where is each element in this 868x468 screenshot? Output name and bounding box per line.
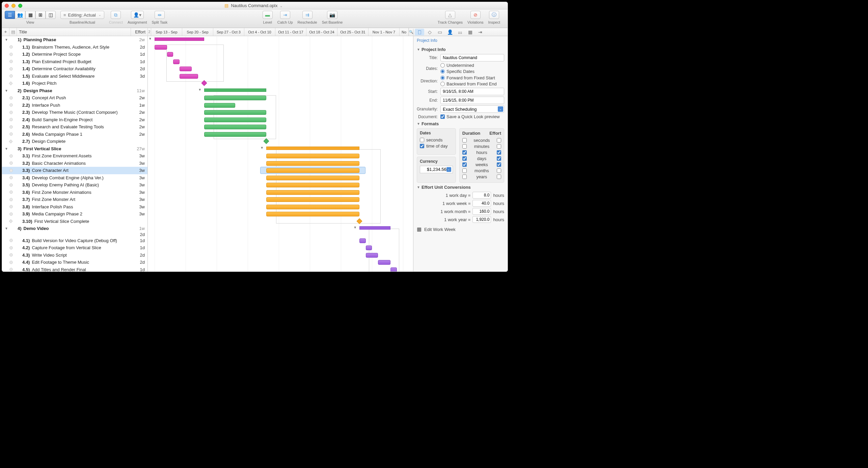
task-row[interactable]: 3.3)Core Character Art3w <box>2 167 147 174</box>
violations-button[interactable]: ⊘ <box>470 11 481 19</box>
task-row[interactable]: ▼3)First Vertical Slice27w <box>2 145 147 153</box>
end-date-input[interactable] <box>440 97 504 104</box>
disclosure-triangle-icon[interactable]: ▼ <box>5 227 8 230</box>
task-bar[interactable] <box>378 260 390 265</box>
dates-specific-radio[interactable]: Specific Dates <box>440 69 474 74</box>
gantt-disclosure-icon[interactable]: ▼ <box>260 146 264 150</box>
catchup-button[interactable]: ⇥ <box>280 11 290 19</box>
task-row[interactable]: 3.9)Media Campaign Phase 23w <box>2 210 147 218</box>
task-bar[interactable] <box>266 190 359 195</box>
view-calendar-button[interactable]: ▦ <box>25 11 35 19</box>
task-row[interactable]: 3.2)Basic Character Animations3w <box>2 160 147 167</box>
dur-seconds[interactable] <box>462 138 467 142</box>
eff-months[interactable] <box>497 168 501 173</box>
close-icon[interactable] <box>5 4 9 8</box>
task-row[interactable]: 3.10)First Vertical Slice Complete <box>2 218 147 225</box>
task-row[interactable]: 1.5)Evaluate and Select Middleware3d <box>2 73 147 80</box>
task-row[interactable]: 4.3)Write Video Script2d <box>2 252 147 259</box>
direction-backward-radio[interactable]: Backward from Fixed End <box>440 81 497 86</box>
task-row[interactable]: 3.1)First Zone Environment Assets3w <box>2 152 147 160</box>
task-row[interactable]: 3.8)Interface Polish Pass3w <box>2 203 147 211</box>
timeline-week-7[interactable]: Nov 1 - Nov 7 <box>369 28 400 36</box>
timeline-week-2[interactable]: Sep 27 - Oct 3 <box>213 28 244 36</box>
view-style-button[interactable]: ◫ <box>46 11 56 19</box>
task-bar[interactable] <box>204 110 266 115</box>
disclosure-triangle-icon[interactable]: ▼ <box>5 147 8 151</box>
export-inspector-tab[interactable]: ⇥ <box>476 29 485 35</box>
status-col-header[interactable]: ✦ <box>2 28 9 36</box>
timeline-week-5[interactable]: Oct 18 - Oct 24 <box>306 28 337 36</box>
task-row[interactable]: 1.1)Brainstorm Themes, Audience, Art Sty… <box>2 44 147 51</box>
task-bar[interactable] <box>266 168 359 173</box>
timeline-week-8[interactable]: No <box>400 28 409 36</box>
gantt-zoom-icon[interactable]: 🔍 <box>409 28 413 36</box>
dur-hours[interactable] <box>462 150 467 155</box>
tod-checkbox[interactable]: time of day <box>420 144 453 149</box>
minimize-icon[interactable] <box>11 4 16 8</box>
assignment-button[interactable]: 👤▾ <box>131 11 144 19</box>
eff-hours[interactable] <box>497 150 501 155</box>
task-bar[interactable] <box>180 74 198 79</box>
task-row[interactable]: ▼1)Planning Phase2w <box>2 36 147 44</box>
title-col-header[interactable]: Title <box>17 28 131 36</box>
dur-weeks[interactable] <box>462 162 467 167</box>
task-row[interactable]: 2.1)Concept Art Push2w <box>2 94 147 102</box>
set-baseline-button[interactable]: 📷 <box>327 11 337 19</box>
timeline-week-6[interactable]: Oct 25 - Oct 31 <box>337 28 369 36</box>
note-col-header[interactable]: ▤ <box>9 28 17 36</box>
milestone-marker[interactable] <box>264 138 269 144</box>
task-bar[interactable] <box>390 267 397 272</box>
milestones-inspector-tab[interactable]: ◇ <box>425 29 434 35</box>
task-bar[interactable] <box>204 125 266 129</box>
task-bar[interactable] <box>266 205 359 209</box>
task-bar[interactable] <box>167 52 173 57</box>
task-bar[interactable] <box>359 238 365 243</box>
dur-days[interactable] <box>462 156 467 161</box>
task-bar[interactable] <box>266 176 359 180</box>
timeline-scroll-left[interactable]: 2 <box>148 28 151 36</box>
timeline-week-1[interactable]: Sep 20 - Sep <box>182 28 213 36</box>
task-row[interactable]: 2.3)Develop Theme Music (Contract Compos… <box>2 109 147 116</box>
summary-bar[interactable] <box>266 147 359 150</box>
task-row[interactable]: 1.3)Plan Estimated Project Budget1d <box>2 58 147 66</box>
task-row[interactable]: 2.6)Media Campaign Phase 12w <box>2 131 147 138</box>
eff-days[interactable] <box>497 156 501 161</box>
styles-inspector-tab[interactable]: ⚏ <box>455 29 465 35</box>
task-bar[interactable] <box>155 45 167 50</box>
dur-years[interactable] <box>462 175 467 179</box>
baseline-actual-selector[interactable]: ≡ Editing: Actual ⌄ <box>60 11 104 19</box>
conv-month-input[interactable] <box>472 208 491 215</box>
task-row[interactable]: 3.5)Develop Enemy Pathing AI (Basic)3w <box>2 181 147 189</box>
task-row[interactable]: 2.7)Design Complete <box>2 138 147 145</box>
gantt-disclosure-icon[interactable]: ▼ <box>353 226 357 229</box>
disclosure-triangle-icon[interactable]: ▼ <box>5 89 8 93</box>
start-date-input[interactable] <box>440 88 504 95</box>
reschedule-button[interactable]: ⇉ <box>302 11 313 19</box>
task-row[interactable]: 3.6)First Zone Monster Animations3w <box>2 189 147 196</box>
split-task-button[interactable]: ⇹ <box>155 11 165 19</box>
gantt-chart[interactable]: ▼▼▼▼ <box>148 36 413 271</box>
conv-day-input[interactable] <box>472 192 491 199</box>
task-bar[interactable] <box>204 132 266 137</box>
dur-minutes[interactable] <box>462 144 467 149</box>
task-row[interactable]: 2.5)Research and Evaluate Testing Tools2… <box>2 123 147 131</box>
task-bar[interactable] <box>204 118 266 122</box>
timeline-week-4[interactable]: Oct 11 - Oct 17 <box>275 28 306 36</box>
view-outline-button[interactable]: ☰ <box>5 11 15 19</box>
summary-bar[interactable] <box>155 37 204 41</box>
dates-undetermined-radio[interactable]: Undetermined <box>440 63 474 68</box>
resource-inspector-tab[interactable]: 👤 <box>445 29 455 35</box>
task-bar[interactable] <box>266 161 359 166</box>
granularity-select[interactable]: Exact Scheduling⌄ <box>440 105 504 113</box>
task-row[interactable]: 1.2)Determine Project Scope1d <box>2 51 147 58</box>
task-row[interactable]: ▼2)Design Phase11w <box>2 87 147 95</box>
inspect-button[interactable]: ⓘ <box>489 11 499 19</box>
gantt-disclosure-icon[interactable]: ▼ <box>148 37 152 41</box>
eff-seconds[interactable] <box>497 138 501 142</box>
conv-week-input[interactable] <box>472 200 491 207</box>
project-title-input[interactable] <box>440 54 504 61</box>
project-inspector-tab[interactable]: ⎕ <box>415 29 424 35</box>
task-row[interactable]: 4.4)Edit Footage to Theme Music2d <box>2 259 147 266</box>
direction-forward-radio[interactable]: Forward from Fixed Start <box>440 75 497 80</box>
track-changes-button[interactable]: △ <box>445 11 455 19</box>
